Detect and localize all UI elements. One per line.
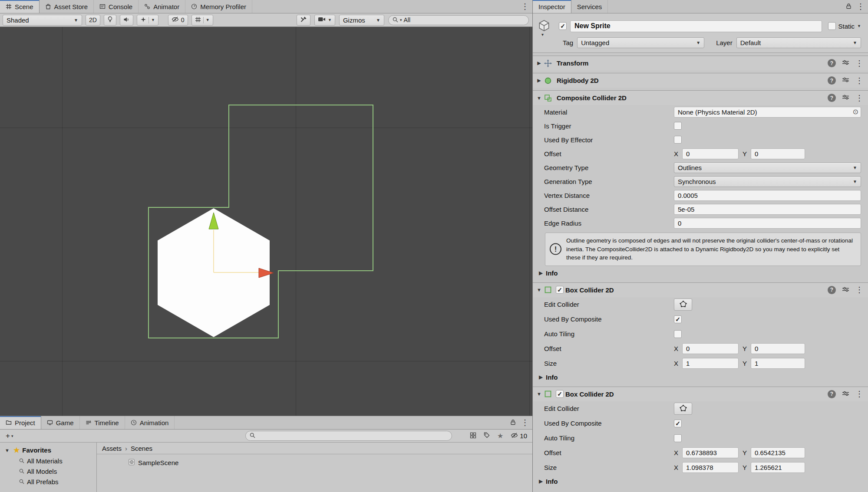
grid-snap-button[interactable]: ▼ xyxy=(191,15,213,26)
edit-collider-button[interactable] xyxy=(674,298,692,311)
y-axis-arrow-handle[interactable] xyxy=(209,213,218,229)
file-item-samplescene[interactable]: SampleScene xyxy=(97,457,532,468)
offset-distance-field[interactable]: 5e-05 xyxy=(674,204,861,215)
offset-x-field[interactable]: 0 xyxy=(682,148,739,159)
edit-collider-button[interactable] xyxy=(674,403,692,415)
size-x-field[interactable]: 1 xyxy=(682,358,739,369)
scene-view[interactable] xyxy=(0,27,532,416)
static-checkbox[interactable] xyxy=(828,22,836,30)
used-by-composite-checkbox[interactable]: ✓ xyxy=(674,420,682,427)
tab-project[interactable]: Project xyxy=(0,416,41,429)
scene-search-input[interactable] xyxy=(403,16,525,23)
box-collider-info-foldout[interactable]: ▶ Info xyxy=(533,371,868,384)
size-y-field[interactable]: 1.265621 xyxy=(751,462,805,473)
lock-icon[interactable] xyxy=(510,419,516,426)
menu-icon[interactable]: ⋮ xyxy=(855,94,863,102)
object-name-field[interactable]: New Sprite xyxy=(570,20,822,32)
active-checkbox[interactable]: ✓ xyxy=(559,22,567,30)
breadcrumb-root[interactable]: Assets xyxy=(102,445,122,452)
offset-y-field[interactable]: 0 xyxy=(751,148,805,159)
foldout-icon[interactable]: ▶ xyxy=(537,270,545,276)
menu-icon[interactable]: ⋮ xyxy=(855,77,863,85)
tab-services[interactable]: Services xyxy=(571,0,608,13)
effects-dropdown-button[interactable]: ▼ xyxy=(137,15,158,26)
layer-dropdown[interactable]: Default ▼ xyxy=(736,37,861,48)
foldout-icon[interactable]: ▼ xyxy=(535,95,543,101)
scene-visibility-button[interactable]: 0 xyxy=(168,15,188,26)
offset-y-field[interactable]: 0.6542135 xyxy=(751,447,805,458)
scene-search-field[interactable]: ▾ xyxy=(388,15,529,25)
foldout-icon[interactable]: ▶ xyxy=(537,374,545,380)
project-files-area[interactable]: SampleScene xyxy=(97,454,532,492)
audio-toggle-button[interactable] xyxy=(120,15,133,26)
lighting-toggle-button[interactable] xyxy=(104,15,116,26)
edge-radius-field[interactable]: 0 xyxy=(674,218,861,229)
static-dropdown-arrow[interactable]: ▼ xyxy=(857,24,861,28)
search-filter-arrow-icon[interactable]: ▾ xyxy=(400,18,402,22)
menu-icon[interactable]: ⋮ xyxy=(855,390,863,398)
preset-icon[interactable] xyxy=(842,77,849,84)
composite-collider2d-header[interactable]: ▼ Composite Collider 2D ? ⋮ xyxy=(533,90,868,105)
tab-animation[interactable]: Animation xyxy=(125,416,175,429)
favorites-item-all-prefabs[interactable]: All Prefabs xyxy=(0,476,96,487)
auto-tiling-checkbox[interactable] xyxy=(674,330,682,338)
object-picker-icon[interactable]: ⊙ xyxy=(853,108,858,115)
used-by-composite-checkbox[interactable]: ✓ xyxy=(674,315,682,323)
tab-memory-profiler[interactable]: Memory Profiler xyxy=(185,0,252,13)
project-search-field[interactable] xyxy=(245,431,452,441)
tab-timeline[interactable]: Timeline xyxy=(80,416,125,429)
icon-dropdown-arrow[interactable]: ▾ xyxy=(541,32,544,37)
draw-mode-dropdown[interactable]: Shaded ▼ xyxy=(3,15,82,26)
help-icon[interactable]: ? xyxy=(828,286,836,294)
foldout-icon[interactable]: ▼ xyxy=(3,448,11,453)
menu-icon[interactable]: ⋮ xyxy=(521,3,529,10)
lock-icon[interactable] xyxy=(846,3,851,10)
preset-icon[interactable] xyxy=(842,59,849,67)
preset-icon[interactable] xyxy=(842,94,849,102)
auto-tiling-checkbox[interactable] xyxy=(674,434,682,442)
foldout-icon[interactable]: ▶ xyxy=(535,60,543,66)
foldout-icon[interactable]: ▶ xyxy=(535,78,543,83)
vertex-distance-field[interactable]: 0.0005 xyxy=(674,190,861,201)
material-object-field[interactable]: None (Physics Material 2D) ⊙ xyxy=(674,107,861,118)
custom-tools-button[interactable] xyxy=(297,15,310,26)
tab-inspector[interactable]: Inspector xyxy=(533,0,571,13)
x-axis-arrow-handle[interactable] xyxy=(259,268,274,278)
help-icon[interactable]: ? xyxy=(828,390,836,398)
gizmos-dropdown[interactable]: Gizmos ▼ xyxy=(339,15,384,26)
tab-scene[interactable]: Scene xyxy=(0,0,40,13)
box-collider-info-foldout[interactable]: ▶ Info xyxy=(533,475,868,488)
offset-x-field[interactable]: 0 xyxy=(682,343,739,354)
toggle-2d-button[interactable]: 2D xyxy=(86,15,100,26)
offset-y-field[interactable]: 0 xyxy=(751,343,805,354)
offset-x-field[interactable]: 0.6738893 xyxy=(682,447,739,458)
tab-asset-store[interactable]: Asset Store xyxy=(40,0,94,13)
favorites-item-all-materials[interactable]: All Materials xyxy=(0,456,96,466)
hidden-items-toggle[interactable]: 10 xyxy=(511,432,527,440)
geometry-type-dropdown[interactable]: Outlines ▼ xyxy=(674,162,861,173)
scene-camera-button[interactable]: ▼ xyxy=(314,15,335,26)
tag-dropdown[interactable]: Untagged ▼ xyxy=(577,37,704,48)
saved-search-star-icon[interactable]: ★ xyxy=(497,433,503,440)
help-icon[interactable]: ? xyxy=(828,94,836,102)
used-by-effector-checkbox[interactable] xyxy=(674,136,682,144)
rigidbody2d-header[interactable]: ▶ Rigidbody 2D ? ⋮ xyxy=(533,73,868,88)
box-collider2d-header[interactable]: ▼ ✓ Box Collider 2D ? ⋮ xyxy=(533,282,868,297)
asset-type-filter-icon[interactable] xyxy=(470,432,476,440)
size-y-field[interactable]: 1 xyxy=(751,358,805,369)
size-x-field[interactable]: 1.098378 xyxy=(682,462,739,473)
preset-icon[interactable] xyxy=(842,286,849,294)
help-icon[interactable]: ? xyxy=(828,59,836,67)
component-enabled-checkbox[interactable]: ✓ xyxy=(556,286,564,294)
foldout-icon[interactable]: ▶ xyxy=(537,479,545,484)
favorites-item-all-models[interactable]: All Models xyxy=(0,466,96,476)
menu-icon[interactable]: ⋮ xyxy=(855,59,863,67)
component-enabled-checkbox[interactable]: ✓ xyxy=(556,390,564,398)
box-collider2d-header[interactable]: ▼ ✓ Box Collider 2D ? ⋮ xyxy=(533,387,868,401)
tab-console[interactable]: Console xyxy=(94,0,139,13)
generation-type-dropdown[interactable]: Synchronous ▼ xyxy=(674,176,861,187)
create-asset-button[interactable]: + ▾ xyxy=(3,431,15,441)
is-trigger-checkbox[interactable] xyxy=(674,122,682,130)
project-search-input[interactable] xyxy=(257,433,448,440)
composite-info-foldout[interactable]: ▶ Info xyxy=(533,267,868,280)
